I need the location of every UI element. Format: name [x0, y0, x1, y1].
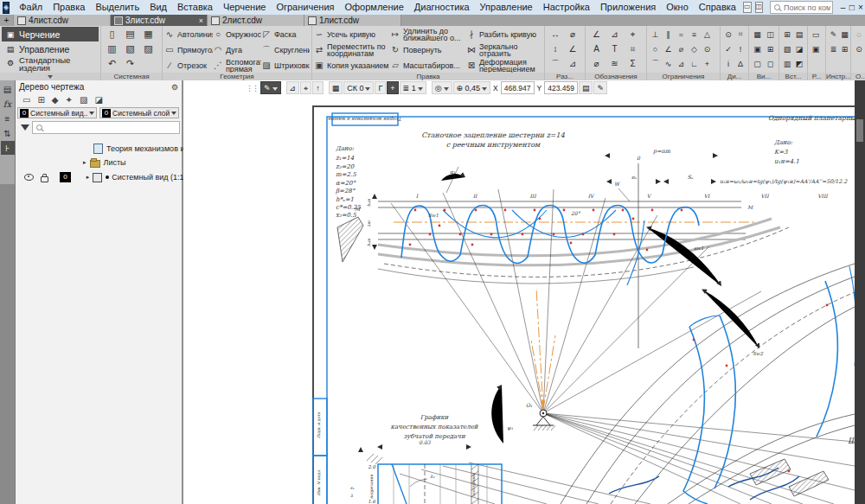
- o-tool2-icon[interactable]: ⊙: [855, 45, 862, 54]
- print-icon[interactable]: ▥: [107, 43, 116, 54]
- arc-button[interactable]: ◠Дуга: [213, 42, 261, 58]
- right-angle-icon[interactable]: ∟: [690, 60, 698, 68]
- segment-button[interactable]: ∕Отрезок: [164, 58, 213, 73]
- zoom-fit-button[interactable]: ◎: [432, 81, 452, 94]
- variables-icon[interactable]: fx: [1, 97, 15, 111]
- angle-snap-button[interactable]: ⊿: [286, 81, 300, 94]
- open-icon[interactable]: ▤: [125, 29, 134, 40]
- grid-tool-icon[interactable]: ▦: [841, 30, 849, 39]
- text-icon[interactable]: T: [612, 44, 617, 54]
- add-constraint-icon[interactable]: +: [705, 60, 709, 68]
- tree-item-system-view[interactable]: 0 ▸ Системный вид (1:1: [24, 171, 183, 183]
- screen-mode-icon[interactable]: ◫: [755, 2, 764, 13]
- deform-button[interactable]: ⊠Деформация перемещением: [466, 58, 542, 73]
- diameter-icon[interactable]: ⌀: [593, 59, 599, 68]
- menu-draw[interactable]: Черчение: [218, 0, 272, 15]
- preview-icon[interactable]: ▧: [125, 43, 134, 54]
- angle-dim-icon[interactable]: ∠: [569, 44, 577, 54]
- snap-point-button[interactable]: ⌖: [300, 81, 311, 94]
- symmetry-icon[interactable]: ◇: [691, 45, 697, 54]
- visibility-eye-icon[interactable]: [24, 174, 34, 181]
- equal-icon[interactable]: =: [679, 30, 683, 39]
- menu-constraints[interactable]: Ограничения: [271, 0, 339, 15]
- dimension-icon[interactable]: ↔: [551, 29, 560, 39]
- menu-apps[interactable]: Приложения: [595, 0, 661, 15]
- datum-icon[interactable]: ⊿: [611, 29, 618, 39]
- scale-button[interactable]: ▱Масштабиров...: [390, 58, 466, 73]
- check-icon[interactable]: ✓: [725, 45, 732, 54]
- perpendicular-icon[interactable]: ⊥: [652, 30, 659, 39]
- o-tool-icon[interactable]: ◌: [856, 30, 861, 39]
- new-doc-icon[interactable]: ▯: [109, 29, 114, 40]
- roughness-icon[interactable]: ≋: [611, 59, 618, 68]
- frame-view-icon[interactable]: ▢: [753, 60, 761, 68]
- tree-toolbar-icon-marker[interactable]: ✦: [66, 95, 73, 105]
- extend-button[interactable]: ↦Удлинить до ближайшего о...: [390, 27, 466, 42]
- modes-collapse-caret[interactable]: [0, 73, 100, 80]
- warning-icon[interactable]: !: [740, 45, 742, 54]
- vertical-dim-icon[interactable]: ↕: [554, 44, 558, 54]
- snap-mode-button[interactable]: +: [387, 81, 398, 94]
- menu-window[interactable]: Окно: [661, 0, 694, 15]
- tree-item-sheets[interactable]: ▸ Листы: [83, 156, 126, 169]
- angle-constraint-icon[interactable]: ∠: [664, 45, 671, 54]
- tab-2list[interactable]: 2лист.cdw: [208, 15, 304, 26]
- curve-constraint-icon[interactable]: ∿: [665, 60, 672, 68]
- center-mark-icon[interactable]: ⌖: [631, 29, 636, 40]
- leader-icon[interactable]: ∠: [593, 29, 600, 39]
- layers-panel-icon[interactable]: ≡: [1, 112, 15, 125]
- save-icon[interactable]: ▦: [144, 29, 152, 40]
- fillet-button[interactable]: ⌒Скругление: [261, 42, 310, 58]
- mode-management[interactable]: ▤ Управление: [2, 41, 99, 56]
- window-layout-icon[interactable]: ▭: [743, 2, 752, 13]
- window-tool-icon[interactable]: ⊞: [842, 45, 849, 54]
- corner-snap-button[interactable]: Г: [375, 81, 386, 94]
- insert-fragment-icon[interactable]: ▤: [796, 30, 804, 39]
- menu-help[interactable]: Справка: [694, 0, 741, 15]
- window-view-icon[interactable]: ⊞: [767, 45, 774, 54]
- tree-toolbar-icon-export[interactable]: ◪: [94, 95, 102, 105]
- menu-manage[interactable]: Управление: [475, 0, 538, 15]
- area-icon[interactable]: ⌗: [738, 29, 742, 39]
- maximize-button[interactable]: □: [848, 0, 856, 15]
- zoom-value-selector[interactable]: ⊕ 0,45: [453, 81, 491, 94]
- mode-drawing[interactable]: ▣ Черчение: [2, 27, 99, 41]
- insert-region-icon[interactable]: ◩: [796, 60, 804, 68]
- split-curve-button[interactable]: ∤Разбить кривую: [466, 27, 542, 42]
- rotate-button[interactable]: ↻Повернуть: [390, 42, 466, 58]
- coordinate-system-selector[interactable]: СК 0: [343, 81, 374, 94]
- mode-standard-parts[interactable]: ⚙ Стандартные изделия: [2, 56, 99, 71]
- insert-picture-icon[interactable]: ▧: [784, 45, 791, 54]
- current-view-selector[interactable]: 0 Системный вид...: [17, 107, 97, 118]
- radial-dim-icon[interactable]: ⊿: [569, 59, 576, 68]
- blank-view-icon[interactable]: ◻: [767, 60, 773, 68]
- app-icon[interactable]: ◈: [3, 2, 10, 14]
- sum-icon[interactable]: Σ: [630, 59, 635, 68]
- insert-table-icon[interactable]: ▥: [784, 60, 791, 68]
- tab-4list[interactable]: 4лист.cdw: [14, 15, 111, 26]
- change-order-icon[interactable]: ⇅: [1, 126, 15, 140]
- copy-by-point-button[interactable]: ▣Копия указанием: [314, 58, 390, 73]
- grid-view-icon[interactable]: ▦: [753, 30, 761, 39]
- filter-icon[interactable]: [21, 124, 29, 131]
- arc-constraint-icon[interactable]: ⌒: [651, 58, 659, 69]
- menu-select[interactable]: Выделить: [90, 0, 144, 15]
- autoline-button[interactable]: ∿Автолиния: [164, 27, 213, 42]
- chamfer-button[interactable]: ◸Фаска: [261, 27, 310, 42]
- tangent-icon[interactable]: ○: [653, 45, 657, 54]
- x-coordinate-value[interactable]: 468.947: [501, 81, 535, 94]
- menu-file[interactable]: Файл: [14, 0, 48, 15]
- current-layer-selector[interactable]: 0 Системный слой: [99, 107, 179, 118]
- drawing-canvas[interactable]: ⋮⋮ ✎ ⊿ ⌖ ↑ ▦ СК 0 Г + ≣ 1 ◎ ⊕ 0,45 X 468…: [183, 80, 855, 504]
- diameter-dim-icon[interactable]: ⌀: [570, 29, 575, 39]
- tree-toolbar-icon-structure[interactable]: ⊞: [37, 95, 44, 105]
- move-by-coords-button[interactable]: ⇄Переместить по координатам: [314, 42, 390, 58]
- minimize-button[interactable]: –: [838, 0, 847, 15]
- trim-curve-button[interactable]: ∽Усечь кривую: [314, 27, 390, 42]
- command-search[interactable]: [770, 1, 833, 14]
- insert-object-icon[interactable]: ◪: [796, 45, 804, 54]
- rectangle-button[interactable]: ▭Прямоугольник: [164, 42, 213, 58]
- sheet-properties-button[interactable]: ▤: [579, 81, 593, 94]
- coincident-icon[interactable]: ≡: [692, 30, 696, 39]
- edit-pencil-button[interactable]: ✎: [593, 81, 607, 94]
